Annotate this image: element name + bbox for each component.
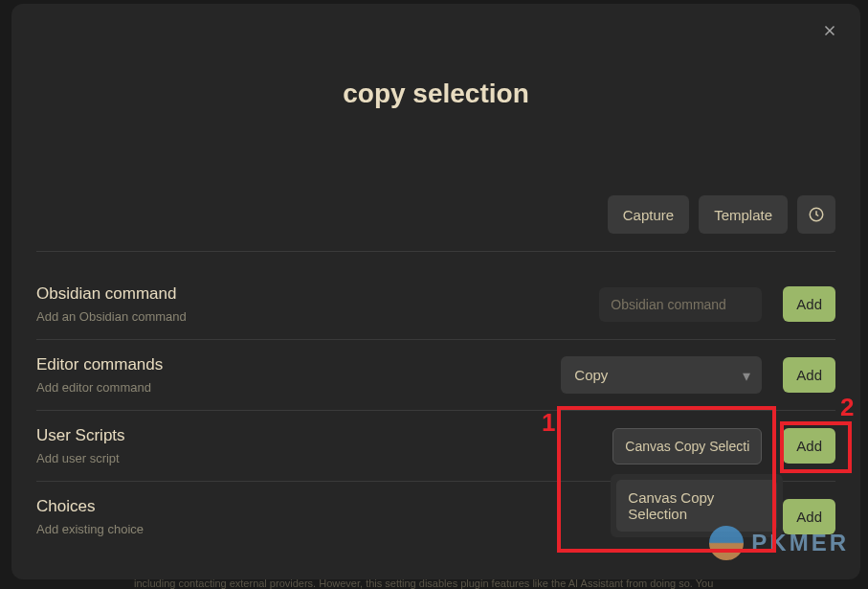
watermark-text: PKMER — [751, 530, 849, 556]
clock-icon — [808, 206, 825, 223]
watermark-icon — [709, 526, 744, 560]
setting-desc: Add user script — [36, 451, 612, 465]
close-icon — [821, 22, 838, 39]
capture-button[interactable]: Capture — [608, 195, 689, 234]
setting-control: Add — [599, 286, 835, 322]
setting-desc: Add an Obsidian command — [36, 309, 599, 324]
editor-command-select[interactable]: Copy — [561, 356, 762, 394]
annotation-label-1: 1 — [542, 408, 555, 438]
top-actions: Capture Template — [36, 195, 835, 252]
add-editor-command-button[interactable]: Add — [783, 357, 835, 393]
dropdown-item-canvas-copy[interactable]: Canvas Copy Selection — [616, 480, 777, 532]
setting-control: Copy ▾ Add — [561, 356, 835, 394]
editor-command-select-wrap: Copy ▾ — [561, 356, 762, 394]
setting-info: Obsidian command Add an Obsidian command — [36, 284, 599, 324]
user-scripts-row: User Scripts Add user script Canvas Copy… — [36, 411, 835, 482]
setting-title: Obsidian command — [36, 284, 599, 304]
setting-desc: Add editor command — [36, 380, 561, 395]
setting-info: User Scripts Add user script — [36, 426, 612, 465]
annotation-label-2: 2 — [840, 393, 854, 422]
obsidian-command-input[interactable] — [599, 287, 762, 322]
close-button[interactable] — [816, 17, 843, 44]
history-button[interactable] — [797, 195, 835, 234]
watermark: PKMER — [709, 526, 849, 560]
add-user-script-button[interactable]: Add — [783, 428, 835, 464]
obsidian-command-row: Obsidian command Add an Obsidian command… — [36, 269, 835, 340]
user-script-input[interactable] — [612, 428, 762, 464]
add-obsidian-command-button[interactable]: Add — [783, 286, 835, 322]
setting-title: User Scripts — [36, 426, 612, 445]
setting-control: Canvas Copy Selection Add — [612, 428, 835, 464]
template-button[interactable]: Template — [699, 195, 788, 234]
setting-title: Editor commands — [36, 355, 561, 374]
modal-title: copy selection — [36, 79, 835, 109]
editor-commands-row: Editor commands Add editor command Copy … — [36, 340, 835, 411]
setting-info: Editor commands Add editor command — [36, 355, 561, 395]
modal-dialog: copy selection Capture Template Obsidian… — [11, 4, 860, 579]
